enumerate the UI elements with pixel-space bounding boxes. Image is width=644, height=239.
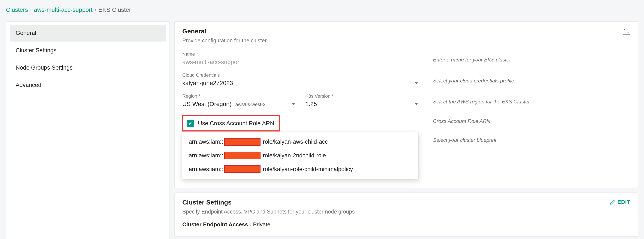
checkbox-checked-icon: ✓ bbox=[187, 120, 194, 127]
chevron-down-icon bbox=[292, 103, 295, 105]
card-general: General Provide configuration for the cl… bbox=[174, 22, 638, 188]
card-subtitle-cluster-settings: Specify Endpoint Access, VPC and Subnets… bbox=[182, 208, 355, 215]
breadcrumb-sep: › bbox=[30, 7, 32, 13]
breadcrumb-root[interactable]: Clusters bbox=[6, 6, 28, 13]
arn-option[interactable]: arn:aws:iam:: :role/kalyan-aws-child-acc bbox=[182, 135, 418, 149]
blueprint-hint: Select your cluster blueprint bbox=[433, 137, 630, 143]
region-label: Region * bbox=[182, 93, 295, 99]
name-value: aws-multi-acc-support bbox=[182, 59, 241, 66]
name-hint: Enter a name for your EKS cluster bbox=[433, 57, 630, 63]
arn-prefix: arn:aws:iam:: bbox=[189, 166, 223, 172]
card-title-general: General bbox=[182, 28, 266, 35]
cred-hint: Select your cloud credentials profile bbox=[433, 78, 630, 84]
k8s-value: 1.25 bbox=[305, 101, 317, 108]
arn-suffix: :role/kalyan-2ndchild-role bbox=[261, 152, 326, 159]
cred-label: Cloud Credentials * bbox=[182, 72, 418, 78]
cross-account-label: Use Cross Account Role ARN bbox=[198, 120, 274, 127]
region-hint: Select the AWS region for the EKS Cluste… bbox=[433, 99, 630, 105]
arn-prefix: arn:aws:iam:: bbox=[189, 152, 223, 159]
arn-suffix: :role/kalyan-role-child-minimalpolicy bbox=[261, 166, 353, 172]
chevron-down-icon bbox=[414, 82, 418, 84]
redacted-account-id bbox=[224, 138, 260, 146]
card-subtitle-general: Provide configuration for the cluster bbox=[182, 38, 266, 44]
endpoint-label: Cluster Endpoint Access : bbox=[182, 221, 252, 228]
breadcrumb-mid[interactable]: aws-multi-acc-support bbox=[34, 6, 92, 13]
arn-suffix: :role/kalyan-aws-child-acc bbox=[261, 138, 328, 145]
redacted-account-id bbox=[224, 152, 260, 159]
name-label: Name * bbox=[182, 52, 418, 57]
breadcrumb-current: EKS Cluster bbox=[98, 6, 131, 13]
expand-icon[interactable] bbox=[623, 28, 630, 35]
cred-value: kalyan-june272023 bbox=[182, 80, 233, 86]
role-arn-dropdown: arn:aws:iam:: :role/kalyan-aws-child-acc… bbox=[182, 132, 418, 179]
endpoint-value: Private bbox=[253, 221, 270, 228]
k8s-select[interactable]: 1.25 bbox=[305, 100, 418, 110]
arn-prefix: arn:aws:iam:: bbox=[189, 138, 223, 145]
region-value: US West (Oregon) bbox=[182, 101, 232, 107]
cred-select[interactable]: kalyan-june272023 bbox=[182, 79, 418, 89]
endpoint-access: Cluster Endpoint Access : Private bbox=[182, 221, 630, 228]
arn-hint: Cross Account Role ARN bbox=[433, 118, 630, 124]
card-cluster-settings: Cluster Settings Specify Endpoint Access… bbox=[174, 192, 638, 237]
pencil-icon bbox=[610, 200, 615, 205]
sidebar-item-advanced[interactable]: Advanced bbox=[10, 77, 166, 94]
region-code: aws/us-west-2 bbox=[236, 102, 266, 107]
card-title-cluster-settings: Cluster Settings bbox=[182, 199, 355, 206]
arn-option[interactable]: arn:aws:iam:: :role/kalyan-2ndchild-role bbox=[182, 149, 418, 162]
sidebar-item-cluster-settings[interactable]: Cluster Settings bbox=[10, 42, 166, 59]
breadcrumb: Clusters › aws-multi-acc-support › EKS C… bbox=[6, 6, 638, 13]
k8s-label: K8s Version * bbox=[305, 93, 418, 99]
breadcrumb-sep: › bbox=[95, 7, 96, 13]
sidebar: General Cluster Settings Node Groups Set… bbox=[6, 22, 170, 239]
region-select[interactable]: US West (Oregon) aws/us-west-2 bbox=[182, 100, 295, 110]
cross-account-toggle[interactable]: ✓ Use Cross Account Role ARN bbox=[182, 115, 280, 132]
redacted-account-id bbox=[224, 165, 260, 173]
edit-button[interactable]: EDIT bbox=[610, 199, 630, 206]
chevron-down-icon bbox=[414, 103, 418, 105]
name-input[interactable]: aws-multi-acc-support bbox=[182, 58, 418, 68]
sidebar-item-general[interactable]: General bbox=[10, 25, 166, 42]
edit-label: EDIT bbox=[618, 199, 630, 206]
sidebar-item-node-groups[interactable]: Node Groups Settings bbox=[10, 59, 166, 76]
arn-option[interactable]: arn:aws:iam:: :role/kalyan-role-child-mi… bbox=[182, 162, 418, 176]
